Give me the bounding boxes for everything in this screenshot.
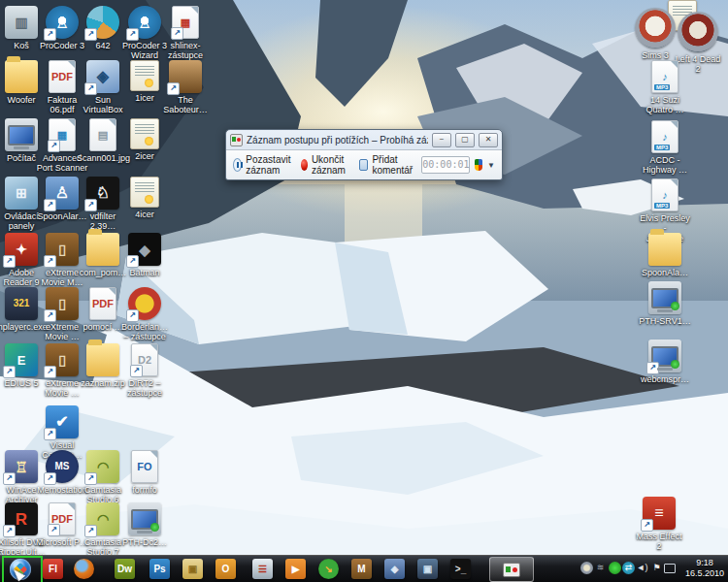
- icon-label: PTH-Dc2…: [118, 537, 171, 547]
- desktop-icon-batman[interactable]: ◆↗ Batman: [118, 233, 171, 277]
- add-comment-button[interactable]: Přidat komentář: [359, 154, 417, 176]
- icon-label: 4icer: [118, 210, 171, 219]
- taskbar-virtualbox[interactable]: ◈: [384, 559, 405, 579]
- desktop-icon-mp3-suzi-quatro[interactable]: ♪MP3 14 Suzi Quatro …: [639, 60, 691, 115]
- icon-label: formfo: [118, 485, 171, 495]
- shortcut-arrow-icon: ↗: [646, 362, 659, 374]
- shortcut-arrow-icon: ↗: [3, 366, 16, 378]
- desktop-icon-mp3-acdc-highway[interactable]: ♪MP3 ACDC - Highway …: [639, 120, 691, 176]
- icon-label: DiRT2 – zástupce: [118, 378, 171, 399]
- stop-record-button[interactable]: Ukončit záznam: [301, 154, 354, 176]
- comment-icon: [359, 159, 369, 171]
- shortcut-arrow-icon: ↗: [3, 472, 16, 485]
- shortcut-arrow-icon: ↗: [44, 428, 56, 440]
- shortcut-arrow-icon: ↗: [84, 82, 97, 95]
- maximize-button[interactable]: ▢: [455, 133, 475, 147]
- steps-recorder-app-icon: [230, 134, 243, 146]
- shortcut-arrow-icon: ↗: [84, 472, 97, 485]
- taskbar-jdownloader[interactable]: ↘: [318, 559, 339, 579]
- shortcut-arrow-icon: ↗: [171, 27, 183, 40]
- record-timer: 00:00:01: [421, 156, 470, 174]
- shortcut-arrow-icon: ↗: [44, 255, 56, 268]
- tray-wireless[interactable]: ≋: [594, 562, 607, 574]
- mp3-tag: MP3: [654, 84, 670, 90]
- icon-label: PTH-SRV1…: [639, 316, 691, 326]
- help-shield-icon[interactable]: [475, 159, 482, 171]
- taskbar-firefox[interactable]: [74, 559, 94, 579]
- taskbar-dreamweaver[interactable]: Dw: [115, 559, 135, 579]
- icon-label: shlinex- zástupce: [159, 41, 212, 61]
- taskbar-commander[interactable]: ☰: [252, 559, 273, 579]
- mp3-tag: MP3: [654, 203, 670, 209]
- steps-recorder-window: Záznam postupu při potížích – Probíhá zá…: [225, 129, 503, 180]
- taskbar-clock[interactable]: 9:18 16.5.2010: [685, 558, 724, 580]
- steps-recorder-titlebar[interactable]: Záznam postupu při potížích – Probíhá zá…: [226, 130, 502, 149]
- shortcut-arrow-icon: ↗: [84, 199, 97, 211]
- shortcut-arrow-icon: ↗: [44, 309, 56, 322]
- taskbar-movie-manager[interactable]: M: [351, 559, 372, 579]
- taskbar-outlook[interactable]: O: [215, 559, 236, 579]
- clock-time: 9:18: [685, 558, 724, 568]
- desktop-icon-mass-effect-2[interactable]: ≡↗ Mass Effect 2: [633, 497, 685, 552]
- chevron-down-icon[interactable]: ▼: [487, 161, 495, 170]
- shortcut-arrow-icon: ↗: [44, 199, 56, 211]
- shortcut-arrow-icon: ↗: [44, 472, 56, 485]
- shortcut-arrow-icon: ↗: [44, 366, 56, 378]
- steps-recorder-toolbar: Pozastavit záznam Ukončit záznam Přidat …: [226, 149, 502, 179]
- clock-date: 16.5.2010: [685, 568, 724, 579]
- minimize-button[interactable]: −: [432, 133, 451, 147]
- icon-label: Borderlan… – zástupce: [118, 322, 171, 342]
- taskbar-remote-desktop[interactable]: ▣: [417, 559, 438, 579]
- icon-label: 14 Suzi Quatro …: [639, 95, 691, 115]
- icon-label: SpoonAla…: [639, 268, 691, 277]
- shortcut-arrow-icon: ↗: [84, 525, 97, 537]
- shortcut-arrow-icon: ↗: [48, 140, 60, 152]
- desktop-icon-pth-dc2[interactable]: PTH-Dc2…: [118, 502, 171, 547]
- taskbar-active-window-button[interactable]: [489, 557, 534, 582]
- shortcut-arrow-icon: ↗: [126, 28, 139, 41]
- tray-volume[interactable]: ◄): [636, 562, 648, 574]
- screen: [131, 509, 158, 530]
- close-button[interactable]: ✕: [479, 133, 498, 147]
- taskbar: Fl Dw Ps ▣ O ☰ ▶ ↘ M ◈ ▣ >_ ≋ ⇄ ◄) ⚑ 9:1…: [0, 555, 728, 582]
- taskbar-photoshop[interactable]: Ps: [149, 559, 170, 579]
- pause-icon: [233, 158, 242, 172]
- shortcut-arrow-icon: ↗: [3, 255, 16, 268]
- icon-label: The Saboteur…: [159, 95, 212, 115]
- desktop-icon-dirt2-zastupce[interactable]: D2↗ DiRT2 – zástupce: [118, 343, 171, 399]
- tray-sync[interactable]: ⇄: [622, 562, 635, 574]
- shortcut-arrow-icon: ↗: [3, 525, 16, 537]
- desktop-icon-borderlands[interactable]: ↗ Borderlan… – zástupce: [118, 287, 171, 342]
- tray-antivirus[interactable]: [609, 562, 621, 574]
- screen: [8, 125, 35, 146]
- desktop-icon-formfo[interactable]: FO formfo: [118, 450, 171, 495]
- shortcut-arrow-icon: ↗: [167, 82, 180, 95]
- shortcut-arrow-icon: ↗: [130, 365, 143, 377]
- icon-label: Mass Effect 2: [633, 532, 685, 552]
- desktop-icon-pth-srv1-rdp[interactable]: PTH-SRV1…: [639, 281, 691, 326]
- taskbar-media-player[interactable]: ▶: [285, 559, 306, 579]
- desktop-icon-shlinex-zastupce[interactable]: ▦↗ shlinex- zástupce: [159, 6, 212, 61]
- tray-network[interactable]: [664, 564, 676, 573]
- desktop-icon-icer-2[interactable]: 2icer: [118, 118, 171, 161]
- record-stop-icon: [301, 159, 308, 171]
- taskbar-cmd[interactable]: >_: [450, 559, 471, 579]
- pause-record-button[interactable]: Pozastavit záznam: [233, 154, 296, 176]
- shortcut-arrow-icon: ↗: [126, 255, 139, 268]
- shortcut-arrow-icon: ↗: [44, 28, 56, 41]
- desktop-icon-webcmspr-rdp[interactable]: ↗ webcmspr…: [639, 340, 691, 384]
- desktop-icon-the-saboteur[interactable]: ↗ The Saboteur…: [159, 60, 212, 115]
- taskbar-explorer[interactable]: ▣: [182, 559, 203, 579]
- icon-label: ACDC - Highway …: [639, 155, 691, 176]
- tray-action-center-flag[interactable]: ⚑: [650, 562, 663, 574]
- desktop-icon-area: ▥ Koš △↗ ProCoder 3 ↗ 642 △↗ ProCoder 3 …: [0, 0, 728, 582]
- steps-recorder-task-icon: [503, 563, 520, 577]
- tray-disc[interactable]: [580, 562, 593, 574]
- shortcut-arrow-icon: ↗: [84, 28, 97, 41]
- icon-label: webcmspr…: [639, 374, 691, 384]
- shortcut-arrow-icon: ↗: [126, 309, 139, 322]
- shortcut-arrow-icon: ↗: [48, 524, 60, 536]
- desktop-icon-icer-4[interactable]: 4icer: [118, 177, 171, 219]
- taskbar-flash[interactable]: Fl: [43, 559, 63, 579]
- desktop-icon-spoonalarm-folder[interactable]: SpoonAla…: [639, 233, 691, 277]
